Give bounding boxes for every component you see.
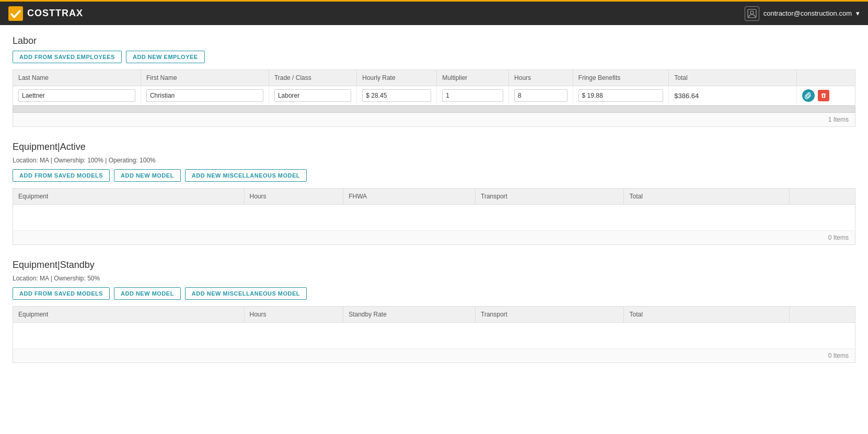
col-header-equipment: Equipment [13, 189, 245, 205]
delete-icon[interactable] [818, 90, 829, 101]
col-header-first-name: First Name [141, 70, 269, 86]
labor-last-name-input[interactable] [18, 89, 135, 102]
equipment-standby-subtitle: Location: MA | Ownership: 50% [13, 275, 855, 282]
equipment-active-table-wrapper: Equipment Hours FHWA Transport Total 0 I… [13, 188, 855, 245]
labor-hourly-cell [357, 86, 437, 105]
equipment-standby-btn-group: ADD FROM SAVED MODELS ADD NEW MODEL ADD … [13, 287, 855, 300]
svg-point-2 [750, 11, 754, 14]
logo-checkmark-icon [8, 6, 23, 21]
eq-standby-item-count: 0 Items [13, 349, 855, 363]
user-email: contractor@construction.com [763, 9, 852, 17]
labor-first-name-input[interactable] [146, 89, 263, 102]
eq-active-header-row: Equipment Hours FHWA Transport Total [13, 189, 855, 205]
labor-table-header-row: Last Name First Name Trade / Class Hourl… [13, 70, 855, 86]
equipment-standby-title: Equipment|Standby [13, 260, 855, 271]
labor-section: Labor ADD FROM SAVED EMPLOYEES ADD NEW E… [13, 36, 855, 127]
eq-standby-add-new-button[interactable]: ADD NEW MODEL [114, 287, 181, 300]
col-header-eq-total: Total [624, 189, 789, 205]
equipment-standby-table-wrapper: Equipment Hours Standby Rate Transport T… [13, 306, 855, 363]
equipment-active-btn-group: ADD FROM SAVED MODELS ADD NEW MODEL ADD … [13, 169, 855, 182]
user-avatar-icon [745, 6, 759, 21]
attach-icon[interactable] [802, 89, 815, 102]
eq-standby-empty-row [13, 323, 855, 349]
labor-hourly-input[interactable] [362, 89, 431, 102]
col-header-standby-equipment: Equipment [13, 307, 245, 323]
eq-active-add-new-button[interactable]: ADD NEW MODEL [114, 169, 181, 182]
svg-rect-0 [8, 6, 23, 21]
logo-text: COSTTRAX [27, 8, 83, 19]
user-dropdown-icon: ▾ [856, 9, 860, 17]
col-header-standby-hours: Hours [244, 307, 343, 323]
labor-actions-cell [797, 86, 855, 105]
col-header-trade: Trade / Class [269, 70, 356, 86]
labor-scrollbar[interactable] [13, 105, 855, 113]
eq-standby-add-saved-button[interactable]: ADD FROM SAVED MODELS [13, 287, 110, 300]
col-header-last-name: Last Name [13, 70, 141, 86]
labor-trade-input[interactable] [274, 89, 351, 102]
equipment-active-table: Equipment Hours FHWA Transport Total [13, 188, 855, 231]
add-from-saved-employees-button[interactable]: ADD FROM SAVED EMPLOYEES [13, 51, 122, 63]
eq-active-empty-row [13, 205, 855, 231]
eq-standby-header-row: Equipment Hours Standby Rate Transport T… [13, 307, 855, 323]
eq-standby-empty-cell [13, 323, 855, 349]
equipment-active-section: Equipment|Active Location: MA | Ownershi… [13, 142, 855, 245]
labor-first-name-cell [141, 86, 269, 105]
eq-standby-add-misc-button[interactable]: ADD NEW MISCELLANEOUS MODEL [185, 287, 307, 300]
col-header-standby-transport: Transport [476, 307, 624, 323]
equipment-active-title: Equipment|Active [13, 142, 855, 153]
labor-action-icons [802, 89, 850, 102]
labor-table-row: $386.64 [13, 86, 855, 105]
labor-multiplier-input[interactable] [442, 89, 503, 102]
user-menu[interactable]: contractor@construction.com ▾ [745, 6, 860, 21]
eq-active-item-count: 0 Items [13, 231, 855, 245]
equipment-active-subtitle: Location: MA | Ownership: 100% | Operati… [13, 157, 855, 164]
col-header-fringe-benefits: Fringe Benefits [573, 70, 669, 86]
labor-btn-group: ADD FROM SAVED EMPLOYEES ADD NEW EMPLOYE… [13, 51, 855, 63]
col-header-transport: Transport [476, 189, 624, 205]
labor-last-name-cell [13, 86, 141, 105]
labor-item-count: 1 Items [13, 113, 855, 127]
labor-fringe-cell [573, 86, 669, 105]
col-header-eq-hours: Hours [244, 189, 343, 205]
labor-multiplier-cell [437, 86, 509, 105]
labor-title: Labor [13, 36, 855, 46]
labor-hours-input[interactable] [514, 89, 567, 102]
labor-total-cell: $386.64 [669, 86, 797, 105]
col-header-standby-rate: Standby Rate [343, 307, 476, 323]
logo-area: COSTTRAX [8, 6, 83, 21]
main-content: Labor ADD FROM SAVED EMPLOYEES ADD NEW E… [0, 25, 868, 434]
eq-active-add-misc-button[interactable]: ADD NEW MISCELLANEOUS MODEL [185, 169, 307, 182]
col-header-multiplier: Multiplier [437, 70, 509, 86]
equipment-standby-section: Equipment|Standby Location: MA | Ownersh… [13, 260, 855, 363]
labor-hours-cell [509, 86, 573, 105]
col-header-fhwa: FHWA [343, 189, 476, 205]
col-header-eq-actions [789, 189, 855, 205]
eq-active-add-saved-button[interactable]: ADD FROM SAVED MODELS [13, 169, 110, 182]
app-header: COSTTRAX contractor@construction.com ▾ [0, 0, 868, 25]
col-header-actions [797, 70, 855, 86]
equipment-standby-table: Equipment Hours Standby Rate Transport T… [13, 306, 855, 349]
labor-fringe-input[interactable] [578, 89, 664, 102]
labor-table: Last Name First Name Trade / Class Hourl… [13, 69, 855, 105]
labor-trade-cell [269, 86, 356, 105]
col-header-standby-actions [789, 307, 855, 323]
labor-table-wrapper: Last Name First Name Trade / Class Hourl… [13, 69, 855, 127]
eq-active-empty-cell [13, 205, 855, 231]
col-header-standby-total: Total [624, 307, 789, 323]
add-new-employee-button[interactable]: ADD NEW EMPLOYEE [126, 51, 205, 63]
labor-total-value: $386.64 [674, 92, 699, 100]
col-header-hours: Hours [509, 70, 573, 86]
col-header-hourly-rate: Hourly Rate [357, 70, 437, 86]
col-header-total: Total [669, 70, 797, 86]
